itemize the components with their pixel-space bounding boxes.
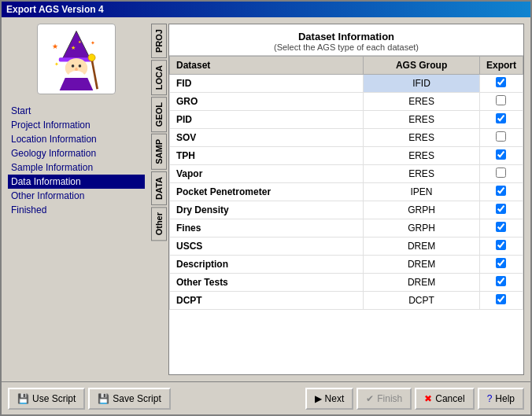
export-checkbox[interactable]	[496, 294, 506, 304]
table-row[interactable]: USCSDREM	[170, 237, 523, 256]
export-checkbox[interactable]	[496, 276, 506, 286]
table-row[interactable]: FIDIFID	[170, 75, 523, 93]
next-icon: ▶	[315, 393, 322, 404]
cell-dataset: Dry Density	[170, 201, 364, 219]
use-script-icon: 💾	[17, 393, 29, 404]
nav-item-geology-information[interactable]: Geology Information	[8, 146, 145, 160]
cell-export[interactable]	[479, 129, 523, 147]
table-row[interactable]: Dry DensityGRPH	[170, 201, 523, 219]
table-row[interactable]: Other TestsDREM	[170, 274, 523, 292]
export-checkbox[interactable]	[496, 131, 506, 142]
col-ags-group: AGS Group	[364, 57, 480, 75]
finish-label: Finish	[377, 393, 402, 404]
table-row[interactable]: TPHERES	[170, 147, 523, 165]
svg-point-6	[79, 64, 82, 68]
nav-item-data-information[interactable]: Data Information	[8, 175, 145, 189]
export-checkbox[interactable]	[496, 240, 506, 250]
cell-dataset: PID	[170, 111, 364, 129]
title-bar: Export AGS Version 4	[2, 2, 530, 17]
table-row[interactable]: GROERES	[170, 93, 523, 111]
cell-export[interactable]	[479, 219, 523, 237]
dataset-header: Dataset Information (Select the AGS type…	[169, 24, 523, 56]
cell-ags-group: ERES	[364, 147, 480, 165]
cell-export[interactable]	[479, 165, 523, 183]
table-row[interactable]: DescriptionDREM	[170, 256, 523, 274]
cell-ags-group: DREM	[364, 237, 480, 256]
cell-ags-group: ERES	[364, 93, 480, 111]
table-body: FIDIFIDGROERESPIDERESSOVERESTPHERESVapor…	[170, 75, 523, 310]
cell-export[interactable]	[479, 274, 523, 292]
export-checkbox[interactable]	[496, 149, 506, 160]
window-title: Export AGS Version 4	[6, 4, 104, 15]
tab-other[interactable]: Other	[151, 207, 167, 241]
cancel-button[interactable]: ✖ Cancel	[415, 388, 474, 410]
use-script-button[interactable]: 💾 Use Script	[8, 388, 85, 410]
cell-dataset: Pocket Penetrometer	[170, 183, 364, 201]
cell-ags-group: DCPT	[364, 292, 480, 310]
tab-proj[interactable]: PROJ	[151, 24, 167, 58]
dataset-subtitle: (Select the AGS type of each dataset)	[172, 42, 520, 52]
cell-dataset: SOV	[170, 129, 364, 147]
help-label: Help	[495, 393, 515, 404]
cancel-label: Cancel	[435, 393, 464, 404]
nav-item-other-information[interactable]: Other Information	[8, 189, 145, 203]
cell-export[interactable]	[479, 256, 523, 274]
save-script-button[interactable]: 💾 Save Script	[88, 388, 170, 410]
table-row[interactable]: PIDERES	[170, 111, 523, 129]
cancel-icon: ✖	[424, 393, 432, 404]
export-checkbox[interactable]	[496, 95, 506, 105]
export-checkbox[interactable]	[496, 258, 506, 268]
cell-ags-group: IFID	[364, 75, 480, 93]
nav-item-finished[interactable]: Finished	[8, 203, 145, 217]
cell-dataset: Other Tests	[170, 274, 364, 292]
cell-ags-group: ERES	[364, 129, 480, 147]
table-row[interactable]: Pocket PenetrometerIPEN	[170, 183, 523, 201]
table-row[interactable]: DCPTDCPT	[170, 292, 523, 310]
finish-button[interactable]: ✔ Finish	[357, 388, 412, 410]
svg-point-5	[72, 64, 75, 68]
save-script-label: Save Script	[113, 393, 161, 404]
nav-item-project-information[interactable]: Project Information	[8, 118, 145, 132]
cell-export[interactable]	[479, 183, 523, 201]
nav-item-start[interactable]: Start	[8, 104, 145, 118]
svg-line-12	[92, 59, 98, 89]
cell-export[interactable]	[479, 75, 523, 93]
export-checkbox[interactable]	[496, 222, 506, 232]
svg-text:★: ★	[71, 45, 76, 51]
tab-loca[interactable]: LOCA	[151, 60, 167, 95]
table-row[interactable]: FinesGRPH	[170, 219, 523, 237]
cell-ags-group: DREM	[364, 256, 480, 274]
export-checkbox[interactable]	[496, 186, 506, 196]
svg-text:★: ★	[52, 42, 58, 50]
cell-export[interactable]	[479, 292, 523, 310]
svg-point-13	[88, 54, 95, 61]
table-row[interactable]: SOVERES	[170, 129, 523, 147]
tab-samp[interactable]: SAMP	[151, 134, 167, 170]
export-checkbox[interactable]	[496, 168, 506, 178]
wizard-image: ★ ★	[37, 24, 116, 94]
export-checkbox[interactable]	[496, 77, 506, 87]
nav-item-sample-information[interactable]: Sample Information	[8, 160, 145, 175]
cell-export[interactable]	[479, 201, 523, 219]
table-container[interactable]: Dataset AGS Group Export FIDIFIDGROERESP…	[169, 56, 523, 374]
cell-export[interactable]	[479, 111, 523, 129]
dataset-title: Dataset Information	[172, 31, 520, 42]
cell-dataset: Fines	[170, 219, 364, 237]
use-script-label: Use Script	[32, 393, 76, 404]
export-checkbox[interactable]	[496, 113, 506, 123]
cell-ags-group: GRPH	[364, 219, 480, 237]
cell-export[interactable]	[479, 237, 523, 256]
export-checkbox[interactable]	[496, 204, 506, 214]
content-area: ★ ★	[2, 17, 530, 381]
table-row[interactable]: VaporERES	[170, 165, 523, 183]
next-button[interactable]: ▶ Next	[305, 388, 354, 410]
tab-data[interactable]: DATA	[151, 171, 167, 205]
tab-geol[interactable]: GEOL	[151, 97, 167, 132]
cell-export[interactable]	[479, 147, 523, 165]
cell-dataset: GRO	[170, 93, 364, 111]
help-button[interactable]: ? Help	[478, 388, 524, 410]
cell-export[interactable]	[479, 93, 523, 111]
cell-dataset: Vapor	[170, 165, 364, 183]
nav-item-location-information[interactable]: Location Information	[8, 132, 145, 146]
cell-ags-group: ERES	[364, 111, 480, 129]
